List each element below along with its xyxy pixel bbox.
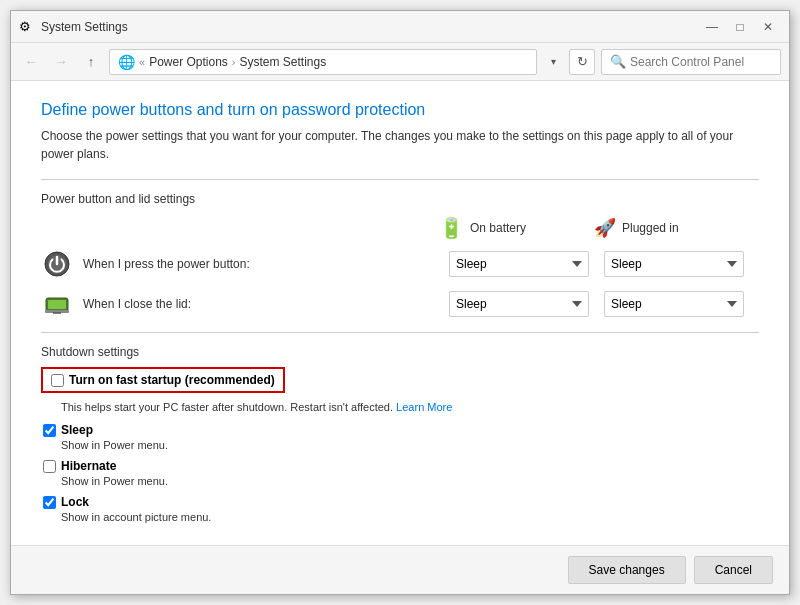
fast-startup-checkbox[interactable] <box>51 374 64 387</box>
lock-label[interactable]: Lock <box>61 495 89 509</box>
learn-more-link[interactable]: Learn More <box>396 401 452 413</box>
power-button-label: When I press the power button: <box>83 257 250 271</box>
power-button-row: When I press the power button: Sleep Do … <box>41 248 759 280</box>
search-icon: 🔍 <box>610 54 626 69</box>
power-button-pluggedin-select[interactable]: Sleep Do nothing Hibernate Shut down <box>604 251 744 277</box>
lock-description: Show in account picture menu. <box>61 511 759 523</box>
hibernate-checkbox[interactable] <box>43 460 56 473</box>
footer: Save changes Cancel <box>11 545 789 594</box>
sleep-checkbox[interactable] <box>43 424 56 437</box>
fast-startup-container: Turn on fast startup (recommended) <box>41 367 759 397</box>
search-input[interactable] <box>630 55 772 69</box>
lid-pluggedin-select[interactable]: Sleep Do nothing Hibernate Shut down <box>604 291 744 317</box>
main-content: Define power buttons and turn on passwor… <box>11 81 789 545</box>
address-dropdown-button[interactable]: ▾ <box>543 50 563 74</box>
sleep-checkbox-item: Sleep <box>43 423 759 437</box>
power-button-icon <box>41 248 73 280</box>
lid-row: When I close the lid: Sleep Do nothing H… <box>41 288 759 320</box>
col-battery-label: On battery <box>470 221 526 235</box>
shutdown-label: Shutdown settings <box>41 345 759 359</box>
fast-startup-label-wrap[interactable]: Turn on fast startup (recommended) <box>51 373 275 387</box>
shutdown-section: Shutdown settings Turn on fast startup (… <box>41 345 759 523</box>
hibernate-label[interactable]: Hibernate <box>61 459 116 473</box>
title-bar-controls: — □ ✕ <box>699 16 781 38</box>
globe-icon: 🌐 <box>118 54 135 70</box>
refresh-button[interactable]: ↻ <box>569 49 595 75</box>
svg-rect-3 <box>48 300 66 309</box>
lid-battery-select[interactable]: Sleep Do nothing Hibernate Shut down <box>449 291 589 317</box>
lock-checkbox-item: Lock <box>43 495 759 509</box>
close-button[interactable]: ✕ <box>755 16 781 38</box>
breadcrumb-arrow: › <box>232 56 236 68</box>
lid-icon <box>41 288 73 320</box>
fast-startup-description: This helps start your PC faster after sh… <box>61 401 759 413</box>
minimize-button[interactable]: — <box>699 16 725 38</box>
sleep-label[interactable]: Sleep <box>61 423 93 437</box>
hibernate-description: Show in Power menu. <box>61 475 759 487</box>
divider-2 <box>41 332 759 333</box>
rocket-icon: 🚀 <box>594 217 616 239</box>
window: ⚙ System Settings — □ ✕ ← → ↑ 🌐 « Power … <box>10 10 790 595</box>
search-box[interactable]: 🔍 <box>601 49 781 75</box>
lock-checkbox[interactable] <box>43 496 56 509</box>
breadcrumb-current: System Settings <box>240 55 327 69</box>
nav-up-button[interactable]: ↑ <box>79 50 103 74</box>
address-path[interactable]: 🌐 « Power Options › System Settings <box>109 49 537 75</box>
col-header-pluggedin: 🚀 Plugged in <box>594 216 749 240</box>
col-header-battery: 🔋 On battery <box>439 216 594 240</box>
fast-startup-label-text: Turn on fast startup (recommended) <box>69 373 275 387</box>
breadcrumb-parent[interactable]: Power Options <box>149 55 228 69</box>
address-bar: ← → ↑ 🌐 « Power Options › System Setting… <box>11 43 789 81</box>
page-title: Define power buttons and turn on passwor… <box>41 101 759 119</box>
maximize-button[interactable]: □ <box>727 16 753 38</box>
section1-label: Power button and lid settings <box>41 192 759 206</box>
divider-1 <box>41 179 759 180</box>
col-pluggedin-label: Plugged in <box>622 221 679 235</box>
page-description: Choose the power settings that you want … <box>41 127 759 163</box>
power-button-battery-select[interactable]: Sleep Do nothing Hibernate Shut down <box>449 251 589 277</box>
nav-back-button[interactable]: ← <box>19 50 43 74</box>
title-bar-left: ⚙ System Settings <box>19 19 128 35</box>
lid-label-area: When I close the lid: <box>41 288 449 320</box>
window-icon: ⚙ <box>19 19 35 35</box>
power-button-label-area: When I press the power button: <box>41 248 449 280</box>
window-title: System Settings <box>41 20 128 34</box>
lid-label: When I close the lid: <box>83 297 191 311</box>
column-headers: 🔋 On battery 🚀 Plugged in <box>41 216 759 240</box>
battery-icon: 🔋 <box>439 216 464 240</box>
fast-startup-box: Turn on fast startup (recommended) <box>41 367 285 393</box>
nav-forward-button[interactable]: → <box>49 50 73 74</box>
save-changes-button[interactable]: Save changes <box>568 556 686 584</box>
cancel-button[interactable]: Cancel <box>694 556 773 584</box>
breadcrumb-separator-1: « <box>139 56 145 68</box>
sleep-description: Show in Power menu. <box>61 439 759 451</box>
hibernate-checkbox-item: Hibernate <box>43 459 759 473</box>
title-bar: ⚙ System Settings — □ ✕ <box>11 11 789 43</box>
